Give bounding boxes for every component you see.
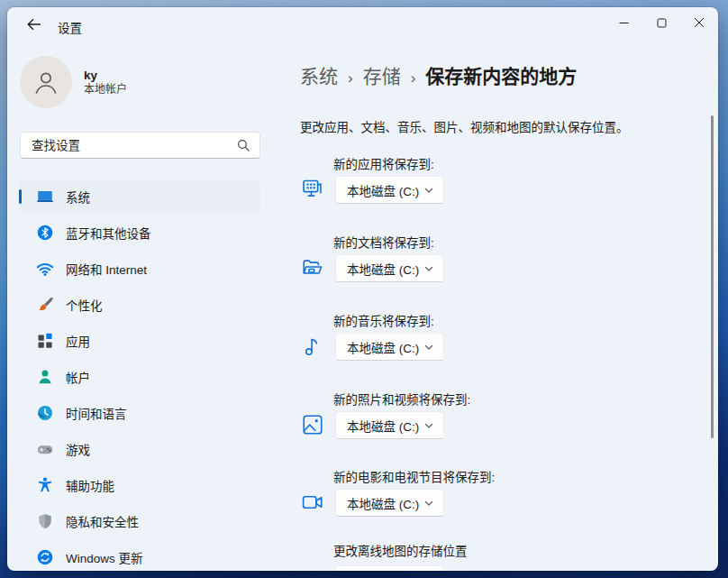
sidebar-item-time-language[interactable]: 时间和语言 xyxy=(19,396,260,429)
save-row-label: 新的照片和视频将保存到: xyxy=(333,390,470,408)
new-photos-icon xyxy=(301,413,324,436)
sidebar-item-personalization[interactable]: 个性化 xyxy=(19,288,260,321)
chevron-down-icon xyxy=(423,342,434,353)
dropdown-value: 本地磁盘 (C:) xyxy=(347,494,423,512)
sidebar-item-system[interactable]: 系统 xyxy=(19,179,260,213)
dropdown-value: 本地磁盘 (C:) xyxy=(347,417,423,435)
breadcrumb-separator: › xyxy=(348,69,353,87)
dropdown-value: 本地磁盘 (C:) xyxy=(347,181,423,199)
sidebar-item-windows-update[interactable]: Windows 更新 xyxy=(19,540,260,571)
sidebar-item-label: 个性化 xyxy=(66,296,103,314)
apps-drive-dropdown[interactable]: 本地磁盘 (C:) xyxy=(335,176,444,204)
new-music-icon xyxy=(301,335,324,358)
account-header[interactable]: ky 本地帐户 xyxy=(20,56,127,108)
dropdown-value: 本地磁盘 (C:) xyxy=(347,571,423,572)
back-arrow-icon xyxy=(26,17,41,32)
sidebar-item-label: 时间和语言 xyxy=(66,404,127,422)
selected-indicator xyxy=(19,189,22,204)
save-row-photos: 新的照片和视频将保存到: 本地磁盘 (C:) xyxy=(300,390,714,445)
accounts-icon xyxy=(36,368,54,386)
chevron-down-icon xyxy=(423,185,434,196)
dropdown-value: 本地磁盘 (C:) xyxy=(347,260,423,278)
chevron-down-icon xyxy=(423,420,434,431)
save-row-label: 新的电影和电视节目将保存到: xyxy=(333,467,495,485)
movies-drive-dropdown[interactable]: 本地磁盘 (C:) xyxy=(335,489,444,517)
window-title: 设置 xyxy=(58,18,82,36)
offline-maps-drive-dropdown[interactable]: 本地磁盘 (C:) xyxy=(335,565,444,571)
windows-update-icon xyxy=(36,548,54,566)
new-apps-icon xyxy=(301,178,324,201)
save-row-movies: 新的电影和电视节目将保存到: 本地磁盘 (C:) xyxy=(300,467,714,523)
sidebar-item-label: 网络和 Internet xyxy=(66,260,147,278)
save-row-label: 新的应用将保存到: xyxy=(333,154,434,172)
breadcrumb-system[interactable]: 系统 xyxy=(300,61,338,88)
sidebar-item-accounts[interactable]: 帐户 xyxy=(19,360,260,393)
desktop-wallpaper: 设置 ky 本地帐户 xyxy=(0,0,728,578)
page-title: 保存新内容的地方 xyxy=(425,61,577,88)
breadcrumb-storage[interactable]: 存储 xyxy=(363,61,401,88)
privacy-icon xyxy=(36,512,54,530)
person-icon xyxy=(32,68,60,96)
account-name: ky xyxy=(84,69,127,83)
apps-icon xyxy=(36,332,54,350)
system-icon xyxy=(36,188,54,206)
dropdown-value: 本地磁盘 (C:) xyxy=(347,338,423,356)
accessibility-icon xyxy=(36,476,54,494)
sidebar-item-label: 辅助功能 xyxy=(66,476,114,494)
search-icon xyxy=(237,139,250,151)
sidebar-nav: 系统 蓝牙和其他设备 网络和 Internet xyxy=(19,179,260,571)
sidebar-item-label: 系统 xyxy=(66,188,90,206)
save-row-documents: 新的文档将保存到: 本地磁盘 (C:) xyxy=(300,233,714,289)
avatar xyxy=(20,56,72,108)
chevron-down-icon xyxy=(423,498,434,509)
account-type: 本地帐户 xyxy=(84,83,127,96)
breadcrumb-separator: › xyxy=(411,69,416,87)
main-content: 系统 › 存储 › 保存新内容的地方 更改应用、文档、音乐、图片、视频和地图的默… xyxy=(293,7,718,571)
search-box xyxy=(20,132,260,159)
vertical-scrollbar[interactable] xyxy=(711,115,714,438)
sidebar: ky 本地帐户 系统 xyxy=(7,38,293,571)
sidebar-item-label: 帐户 xyxy=(66,368,90,386)
time-language-icon xyxy=(36,404,54,422)
page-description: 更改应用、文档、音乐、图片、视频和地图的默认保存位置。 xyxy=(300,117,629,135)
new-movies-icon xyxy=(301,491,324,514)
chevron-down-icon xyxy=(423,263,434,274)
search-input[interactable] xyxy=(21,139,237,152)
settings-window: 设置 ky 本地帐户 xyxy=(7,7,718,571)
sidebar-item-label: 蓝牙和其他设备 xyxy=(66,224,151,242)
back-button[interactable] xyxy=(18,11,49,38)
music-drive-dropdown[interactable]: 本地磁盘 (C:) xyxy=(335,333,444,361)
photos-drive-dropdown[interactable]: 本地磁盘 (C:) xyxy=(335,411,444,439)
documents-drive-dropdown[interactable]: 本地磁盘 (C:) xyxy=(335,254,444,282)
sidebar-item-privacy[interactable]: 隐私和安全性 xyxy=(19,504,260,537)
sidebar-item-accessibility[interactable]: 辅助功能 xyxy=(19,468,260,501)
sidebar-item-gaming[interactable]: 游戏 xyxy=(19,432,260,465)
sidebar-item-label: 应用 xyxy=(66,332,90,350)
sidebar-item-apps[interactable]: 应用 xyxy=(19,324,260,357)
bluetooth-icon xyxy=(36,224,54,242)
breadcrumb: 系统 › 存储 › 保存新内容的地方 xyxy=(300,61,577,88)
gaming-icon xyxy=(36,440,54,458)
network-icon xyxy=(36,260,54,278)
save-row-label: 新的文档将保存到: xyxy=(333,233,434,251)
personalization-icon xyxy=(36,296,54,314)
offline-maps-label: 更改离线地图的存储位置 xyxy=(333,541,468,559)
sidebar-item-label: 游戏 xyxy=(66,440,90,458)
sidebar-item-network[interactable]: 网络和 Internet xyxy=(19,252,260,285)
new-documents-icon xyxy=(301,256,324,280)
save-row-apps: 新的应用将保存到: 本地磁盘 (C:) xyxy=(300,154,714,210)
sidebar-item-bluetooth[interactable]: 蓝牙和其他设备 xyxy=(19,216,260,249)
sidebar-item-label: Windows 更新 xyxy=(66,548,143,566)
save-row-label: 新的音乐将保存到: xyxy=(333,311,434,329)
save-row-music: 新的音乐将保存到: 本地磁盘 (C:) xyxy=(300,311,714,367)
sidebar-item-label: 隐私和安全性 xyxy=(66,512,139,530)
